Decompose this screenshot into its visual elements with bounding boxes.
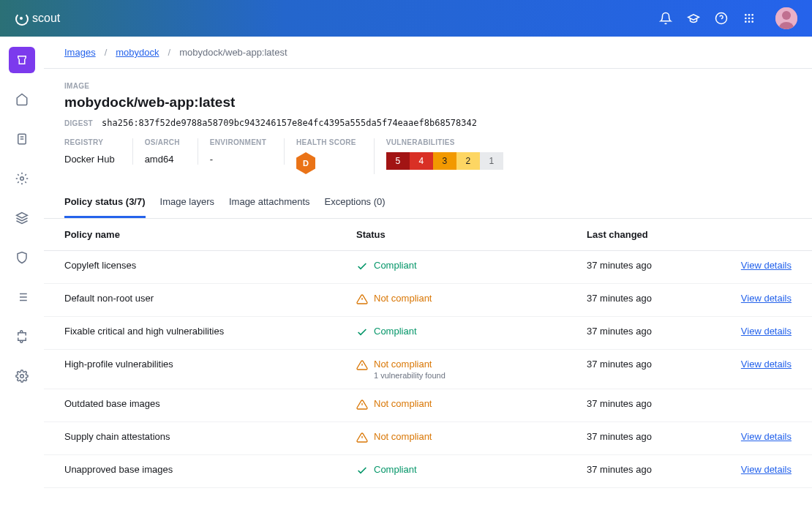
svg-point-12	[782, 11, 791, 20]
svg-point-4	[751, 14, 753, 16]
sidebar	[0, 37, 44, 503]
svg-point-5	[745, 18, 747, 20]
table-row: Supply chain attestationsNot compliant37…	[44, 422, 812, 455]
vuln-critical[interactable]: 5	[386, 152, 410, 170]
tab-0[interactable]: Policy status (3/7)	[64, 189, 146, 218]
check-icon	[356, 326, 368, 340]
bell-icon[interactable]	[658, 11, 673, 26]
breadcrumb-images[interactable]: Images	[64, 47, 96, 58]
policy-name: Outdated base images	[44, 389, 336, 422]
tab-2[interactable]: Image attachments	[229, 189, 310, 218]
sidebar-item-puzzle[interactable]	[9, 323, 35, 350]
svg-point-25	[20, 375, 24, 378]
sidebar-item-settings-alt[interactable]	[9, 165, 35, 192]
status-subtext: 1 vulnerability found	[374, 371, 446, 380]
breadcrumb-current: mobydock/web-app:latest	[179, 47, 287, 58]
table-row: Unapproved base imagesCompliant37 minute…	[44, 455, 812, 488]
breadcrumb-repo[interactable]: mobydock	[116, 47, 159, 58]
status-text: Compliant	[374, 260, 417, 271]
scout-logo-icon	[15, 12, 28, 25]
apps-grid-icon[interactable]	[742, 11, 756, 26]
tab-3[interactable]: Exceptions (0)	[325, 189, 386, 218]
svg-point-2	[745, 14, 747, 16]
last-changed: 37 minutes ago	[566, 389, 704, 422]
last-changed: 37 minutes ago	[566, 350, 704, 389]
table-row: Copyleft licensesCompliant37 minutes ago…	[44, 251, 812, 284]
tab-1[interactable]: Image layers	[160, 189, 214, 218]
policy-name: Default non-root user	[44, 284, 336, 317]
status-text: Not compliant	[374, 431, 432, 442]
help-icon[interactable]	[714, 11, 729, 26]
vuln-high[interactable]: 4	[410, 152, 433, 170]
registry-value: Docker Hub	[64, 154, 115, 165]
svg-marker-18	[17, 213, 28, 219]
vuln-unknown[interactable]: 1	[480, 152, 503, 170]
status-text: Not compliant	[374, 359, 446, 370]
policy-name: Unapproved base images	[44, 455, 336, 488]
th-policy-name: Policy name	[44, 219, 336, 251]
last-changed: 37 minutes ago	[566, 455, 704, 488]
last-changed: 37 minutes ago	[566, 284, 704, 317]
healthscore-label: HEALTH SCORE	[296, 138, 356, 146]
health-score-badge: D	[296, 152, 315, 174]
sidebar-item-layers[interactable]	[9, 205, 35, 231]
sidebar-item-list[interactable]	[9, 284, 35, 310]
sidebar-item-store[interactable]	[9, 47, 35, 73]
status-text: Not compliant	[374, 293, 432, 304]
svg-point-17	[20, 177, 24, 181]
tabs: Policy status (3/7)Image layersImage att…	[44, 189, 812, 219]
graduation-cap-icon[interactable]	[686, 11, 701, 26]
view-details-link[interactable]: View details	[741, 326, 792, 337]
breadcrumb-separator: /	[168, 47, 171, 58]
metadata-row: REGISTRY Docker Hub OS/ARCH amd64 ENVIRO…	[64, 138, 792, 174]
last-changed: 37 minutes ago	[566, 422, 704, 455]
topbar-actions	[658, 7, 797, 29]
warning-icon	[356, 432, 368, 446]
sidebar-item-file[interactable]	[9, 126, 35, 152]
status-text: Not compliant	[374, 398, 432, 409]
view-details-link[interactable]: View details	[741, 431, 792, 442]
view-details-link[interactable]: View details	[741, 260, 792, 271]
brand-text: scout	[32, 12, 60, 25]
view-details-link[interactable]: View details	[741, 293, 792, 304]
topbar: scout	[0, 0, 812, 37]
digest-label: DIGEST	[64, 119, 93, 127]
warning-icon	[356, 359, 368, 373]
sidebar-item-home[interactable]	[9, 86, 35, 113]
warning-icon	[356, 399, 368, 413]
th-last-changed: Last changed	[566, 219, 704, 251]
vulnerability-bars: 5 4 3 2 1	[386, 152, 503, 170]
th-status: Status	[336, 219, 566, 251]
table-row: Default non-root userNot compliant37 min…	[44, 284, 812, 317]
warning-icon	[356, 293, 368, 307]
main-content: Images / mobydock / mobydock/web-app:lat…	[44, 37, 812, 503]
vulnerabilities-label: VULNERABILITIES	[386, 138, 503, 146]
svg-point-8	[745, 20, 747, 23]
section-label: IMAGE	[64, 82, 792, 90]
policy-name: High-profile vulnerabilities	[44, 350, 336, 389]
view-details-link[interactable]: View details	[741, 464, 792, 475]
th-action	[704, 219, 812, 251]
table-row: High-profile vulnerabilitiesNot complian…	[44, 350, 812, 389]
registry-label: REGISTRY	[64, 138, 115, 146]
brand-logo[interactable]: scout	[15, 12, 60, 25]
last-changed: 37 minutes ago	[566, 251, 704, 284]
status-text: Compliant	[374, 326, 417, 337]
svg-point-6	[748, 18, 751, 20]
check-icon	[356, 465, 368, 479]
osarch-value: amd64	[145, 154, 180, 165]
sidebar-item-gear[interactable]	[9, 363, 35, 389]
vuln-low[interactable]: 2	[456, 152, 480, 170]
check-icon	[356, 261, 368, 274]
svg-point-10	[751, 20, 753, 23]
sidebar-item-shield[interactable]	[9, 244, 35, 271]
environment-label: ENVIRONMENT	[210, 138, 266, 146]
svg-point-3	[748, 14, 751, 16]
policy-name: Copyleft licenses	[44, 251, 336, 284]
breadcrumb-separator: /	[105, 47, 108, 58]
table-row: Outdated base imagesNot compliant37 minu…	[44, 389, 812, 422]
vuln-medium[interactable]: 3	[433, 152, 456, 170]
table-row: Fixable critical and high vulnerabilitie…	[44, 317, 812, 350]
user-avatar[interactable]	[775, 7, 797, 29]
view-details-link[interactable]: View details	[741, 359, 792, 370]
